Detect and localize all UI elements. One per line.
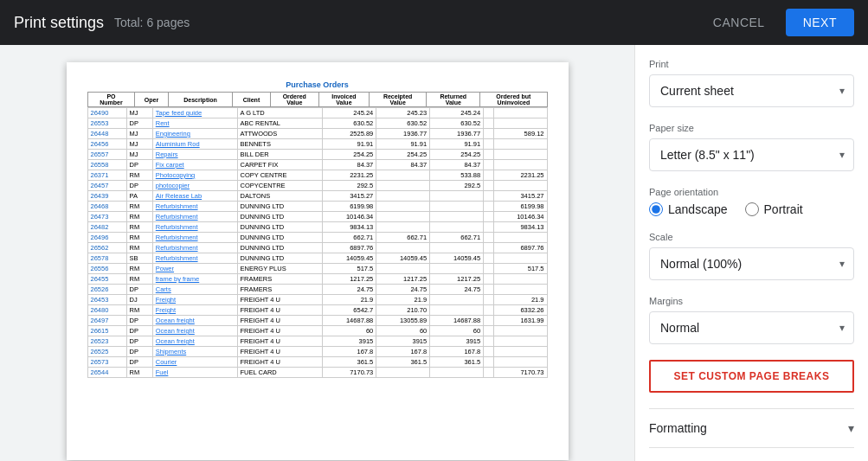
table-cell: 662.71 <box>323 233 376 243</box>
table-row: 26482RMRefurbishmentDUNNING LTD9834.1398… <box>87 222 547 233</box>
table-cell: Ocean freight <box>152 336 237 347</box>
col-header-returned: ReturnedValue <box>427 93 480 107</box>
preview-area: Purchase Orders PONumber Oper Descriptio… <box>0 45 634 461</box>
table-cell: DUNNING LTD <box>237 253 323 264</box>
table-cell <box>376 170 430 181</box>
next-button[interactable]: NEXT <box>786 9 854 36</box>
table-cell: 14059.45 <box>323 253 376 264</box>
table-cell: 7170.73 <box>493 368 547 378</box>
table-cell: FREIGHT 4 U <box>237 336 323 347</box>
table-cell: DP <box>126 357 152 368</box>
table-cell: 167.8 <box>430 347 484 357</box>
table-cell <box>493 160 547 170</box>
scale-select[interactable]: Normal (100%) Fit to width Fit to height… <box>650 248 853 279</box>
table-cell <box>484 295 493 305</box>
table-cell: DP <box>126 316 152 326</box>
print-section: Print Current sheet Entire workbook Sele… <box>649 59 854 107</box>
table-cell: 26557 <box>87 150 126 160</box>
table-row: 26525DPShipmentsFREIGHT 4 U167.8167.8167… <box>87 347 547 357</box>
margins-select-wrapper: Normal Narrow Wide Custom ▾ <box>649 311 854 344</box>
scale-section: Scale Normal (100%) Fit to width Fit to … <box>649 232 854 280</box>
table-cell: 6897.76 <box>323 243 376 253</box>
table-cell: Freight <box>152 305 237 316</box>
table-cell <box>493 118 547 129</box>
table-cell: 533.88 <box>430 170 484 181</box>
table-cell <box>484 253 493 264</box>
table-cell <box>484 150 493 160</box>
table-cell: 630.52 <box>430 118 484 129</box>
table-cell: COPY CENTRE <box>237 170 323 181</box>
table-cell <box>484 326 493 336</box>
table-cell: 1936.77 <box>376 129 430 139</box>
table-cell: 26523 <box>87 336 126 347</box>
table-cell <box>484 118 493 129</box>
table-cell: 26578 <box>87 253 126 264</box>
table-cell <box>376 264 430 274</box>
table-cell: 91.91 <box>323 139 376 150</box>
table-cell <box>484 336 493 347</box>
table-cell: 26456 <box>87 139 126 150</box>
table-row: 26526DPCartsFRAMERS24.7524.7524.75 <box>87 285 547 295</box>
table-cell: 26468 <box>87 202 126 212</box>
table-row: 26473RMRefurbishmentDUNNING LTD10146.341… <box>87 212 547 222</box>
table-cell: 361.5 <box>376 357 430 368</box>
table-cell: 9834.13 <box>493 222 547 233</box>
paper-size-label: Paper size <box>649 123 854 133</box>
table-cell: ABC RENTAL <box>237 118 323 129</box>
table-row: 26456MJAluminium RodBENNETS91.9191.9191.… <box>87 139 547 150</box>
table-cell: DUNNING LTD <box>237 212 323 222</box>
table-cell <box>430 368 484 378</box>
table-cell <box>484 357 493 368</box>
table-cell: 9834.13 <box>323 222 376 233</box>
table-cell: photocopier <box>152 181 237 191</box>
table-cell: 245.24 <box>430 108 484 118</box>
portrait-radio[interactable] <box>745 202 759 216</box>
table-cell: 26573 <box>87 357 126 368</box>
table-row: 26496RMRefurbishmentDUNNING LTD662.71662… <box>87 233 547 243</box>
col-header-ordered: OrderedValue <box>270 93 318 107</box>
table-cell <box>493 150 547 160</box>
table-cell <box>493 108 547 118</box>
table-cell: 292.5 <box>323 181 376 191</box>
table-cell: 26544 <box>87 368 126 378</box>
table-cell: 21.9 <box>493 295 547 305</box>
table-cell <box>430 295 484 305</box>
portrait-option[interactable]: Portrait <box>745 202 803 216</box>
table-cell: 14687.88 <box>430 316 484 326</box>
orientation-label: Page orientation <box>649 187 854 197</box>
table-cell: DP <box>126 347 152 357</box>
table-cell: RM <box>126 243 152 253</box>
table-cell: 292.5 <box>430 181 484 191</box>
table-cell: 84.37 <box>376 160 430 170</box>
col-header-client: Client <box>233 93 270 107</box>
cancel-button[interactable]: CANCEL <box>699 9 779 36</box>
scale-select-wrapper: Normal (100%) Fit to width Fit to height… <box>649 247 854 280</box>
headers-footers-section: Headers & footers ▾ <box>649 447 854 461</box>
table-cell <box>484 160 493 170</box>
table-row: 26573DPCourierFREIGHT 4 U361.5361.5361.5 <box>87 357 547 368</box>
table-cell: RM <box>126 212 152 222</box>
top-bar: Print settings Total: 6 pages CANCEL NEX… <box>0 0 868 45</box>
table-cell: DUNNING LTD <box>237 202 323 212</box>
custom-page-breaks-button[interactable]: SET CUSTOM PAGE BREAKS <box>649 360 854 393</box>
table-cell: 630.52 <box>323 118 376 129</box>
table-cell: 84.37 <box>430 160 484 170</box>
top-bar-actions: CANCEL NEXT <box>699 9 854 36</box>
landscape-option[interactable]: Landscape <box>649 202 728 216</box>
formatting-header[interactable]: Formatting ▾ <box>649 421 854 435</box>
paper-size-select[interactable]: Letter (8.5" x 11") A4 Legal <box>650 139 853 170</box>
formatting-chevron-icon: ▾ <box>848 421 854 435</box>
table-cell: 361.5 <box>430 357 484 368</box>
table-cell: 26497 <box>87 316 126 326</box>
table-cell <box>376 202 430 212</box>
margins-select[interactable]: Normal Narrow Wide Custom <box>650 312 853 343</box>
col-header-desc: Description <box>168 93 233 107</box>
print-select[interactable]: Current sheet Entire workbook Selected c… <box>650 75 853 106</box>
table-row: 26615DPOcean freightFREIGHT 4 U606060 <box>87 326 547 336</box>
table-cell: ATTWOODS <box>237 129 323 139</box>
landscape-radio[interactable] <box>649 202 663 216</box>
table-cell: 662.71 <box>376 233 430 243</box>
table-cell: 6897.76 <box>493 243 547 253</box>
table-cell: 14059.45 <box>376 253 430 264</box>
table-cell: Refurbishment <box>152 233 237 243</box>
